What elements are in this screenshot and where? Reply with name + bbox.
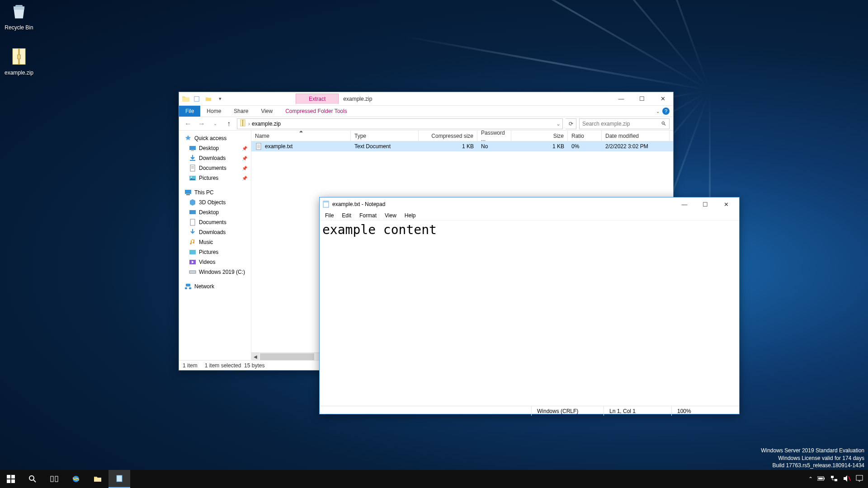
taskbar-app-ie[interactable] <box>65 470 87 488</box>
qat-properties-button[interactable] <box>192 94 202 104</box>
column-header-password[interactable]: Password ... <box>477 131 511 141</box>
nav-forward-button[interactable]: → <box>196 118 207 129</box>
menu-file[interactable]: File <box>321 211 337 220</box>
tray-volume-icon[interactable] <box>843 474 851 484</box>
nav-3d-objects[interactable]: 3D Objects <box>179 197 251 207</box>
svg-rect-22 <box>185 287 187 289</box>
status-item-count: 1 item <box>183 362 198 369</box>
pictures-icon <box>189 174 196 182</box>
menu-view[interactable]: View <box>381 211 400 220</box>
taskbar-app-notepad[interactable] <box>108 470 130 488</box>
nav-music[interactable]: Music <box>179 237 251 247</box>
qat-new-folder-button[interactable] <box>203 94 213 104</box>
nav-back-button[interactable]: ← <box>183 118 193 129</box>
nav-downloads-pc[interactable]: Downloads <box>179 227 251 237</box>
nav-recent-button[interactable]: ⌄ <box>210 118 221 129</box>
close-button[interactable]: ✕ <box>716 197 736 211</box>
start-button[interactable] <box>0 470 22 488</box>
ribbon-tabs: File Home Share View Compressed Folder T… <box>179 106 673 117</box>
close-button[interactable]: ✕ <box>652 92 673 106</box>
status-zoom: 100% <box>671 406 739 416</box>
file-name: example.txt <box>265 143 292 150</box>
column-headers: Name Type Compressed size Password ... S… <box>251 131 673 141</box>
column-header-date[interactable]: Date modified <box>602 131 670 141</box>
tray-chevron-icon[interactable]: ⌃ <box>808 476 813 482</box>
nav-videos[interactable]: Videos <box>179 257 251 267</box>
desktop-icon-recycle-bin[interactable]: Recycle Bin <box>2 2 36 31</box>
ribbon-tab-share[interactable]: Share <box>227 106 255 117</box>
svg-rect-7 <box>191 150 194 151</box>
taskbar-app-explorer[interactable] <box>87 470 108 488</box>
drive-icon <box>189 268 196 276</box>
nav-pictures-pc[interactable]: Pictures <box>179 247 251 257</box>
contextual-tab-extract[interactable]: Extract <box>296 94 339 104</box>
desktop-icon <box>189 209 196 216</box>
svg-rect-6 <box>189 146 196 150</box>
task-view-button[interactable] <box>43 470 65 488</box>
column-header-compressed-size[interactable]: Compressed size <box>419 131 477 141</box>
star-icon <box>184 135 192 142</box>
desktop-icon-label: example.zip <box>2 70 36 76</box>
nav-documents-pc[interactable]: Documents <box>179 217 251 227</box>
search-input[interactable]: Search example.zip 🔍︎ <box>579 118 670 129</box>
documents-icon <box>189 164 196 172</box>
network-icon <box>184 283 192 290</box>
scroll-left-button[interactable]: ◀ <box>251 353 259 361</box>
column-header-ratio[interactable]: Ratio <box>568 131 602 141</box>
svg-rect-18 <box>189 250 196 254</box>
tray-action-center-icon[interactable] <box>855 474 863 484</box>
nav-quick-access[interactable]: Quick access <box>179 133 251 143</box>
svg-rect-29 <box>323 201 329 202</box>
ribbon-expand-button[interactable]: ⌄ <box>656 109 660 114</box>
nav-this-pc[interactable]: This PC <box>179 188 251 197</box>
tray-network-icon[interactable] <box>830 474 838 484</box>
pc-icon <box>184 189 192 196</box>
column-header-size[interactable]: Size <box>511 131 568 141</box>
ribbon-tab-file[interactable]: File <box>179 106 200 117</box>
svg-rect-16 <box>189 210 196 214</box>
nav-desktop-pc[interactable]: Desktop <box>179 207 251 217</box>
notepad-text-area[interactable] <box>320 221 739 404</box>
file-ratio: 0% <box>568 143 602 150</box>
menu-help[interactable]: Help <box>401 211 420 220</box>
menu-edit[interactable]: Edit <box>338 211 355 220</box>
breadcrumb-dropdown[interactable]: ⌄ <box>556 121 561 127</box>
ribbon-tab-compressed-tools[interactable]: Compressed Folder Tools <box>279 106 354 117</box>
column-header-type[interactable]: Type <box>351 131 419 141</box>
column-header-name[interactable]: Name <box>251 131 351 141</box>
nav-up-button[interactable]: ↑ <box>223 118 234 129</box>
minimize-button[interactable]: ― <box>611 92 632 106</box>
search-button[interactable] <box>22 470 43 488</box>
explorer-titlebar[interactable]: ▾ Extract example.zip ― ☐ ✕ <box>179 92 673 106</box>
svg-rect-3 <box>194 96 199 101</box>
notepad-titlebar[interactable]: example.txt - Notepad ― ☐ ✕ <box>320 197 739 211</box>
ribbon-tab-view[interactable]: View <box>255 106 279 117</box>
refresh-button[interactable]: ⟳ <box>566 118 576 129</box>
tray-battery-icon[interactable] <box>817 474 826 484</box>
address-bar: ← → ⌄ ↑ › example.zip ⌄ ⟳ Search example… <box>179 117 673 131</box>
maximize-button[interactable]: ☐ <box>632 92 652 106</box>
breadcrumb-item[interactable]: example.zip <box>252 121 281 127</box>
ribbon-tab-home[interactable]: Home <box>200 106 227 117</box>
pictures-icon <box>189 249 196 256</box>
qat-customize-button[interactable]: ▾ <box>215 94 225 104</box>
minimize-button[interactable]: ― <box>674 197 695 211</box>
breadcrumb-bar[interactable]: › example.zip ⌄ <box>237 118 563 129</box>
maximize-button[interactable]: ☐ <box>695 197 716 211</box>
nav-desktop[interactable]: Desktop📌 <box>179 143 251 153</box>
menu-format[interactable]: Format <box>356 211 380 220</box>
desktop-icon-example-zip[interactable]: example.zip <box>2 47 36 76</box>
zip-file-icon <box>239 119 246 128</box>
nav-documents[interactable]: Documents📌 <box>179 163 251 173</box>
status-cursor-position: Ln 1, Col 1 <box>604 406 671 416</box>
nav-network[interactable]: Network <box>179 282 251 291</box>
windows-watermark: Windows Server 2019 Standard Evaluation … <box>761 447 864 469</box>
nav-downloads[interactable]: Downloads📌 <box>179 153 251 163</box>
help-icon[interactable]: ? <box>662 108 670 115</box>
nav-c-drive[interactable]: Windows 2019 (C:) <box>179 267 251 277</box>
file-row[interactable]: example.txt Text Document 1 KB No 1 KB 0… <box>251 141 673 151</box>
svg-rect-17 <box>190 219 195 225</box>
nav-pictures[interactable]: Pictures📌 <box>179 173 251 183</box>
search-icon: 🔍︎ <box>661 121 666 127</box>
scroll-thumb[interactable] <box>260 353 314 360</box>
